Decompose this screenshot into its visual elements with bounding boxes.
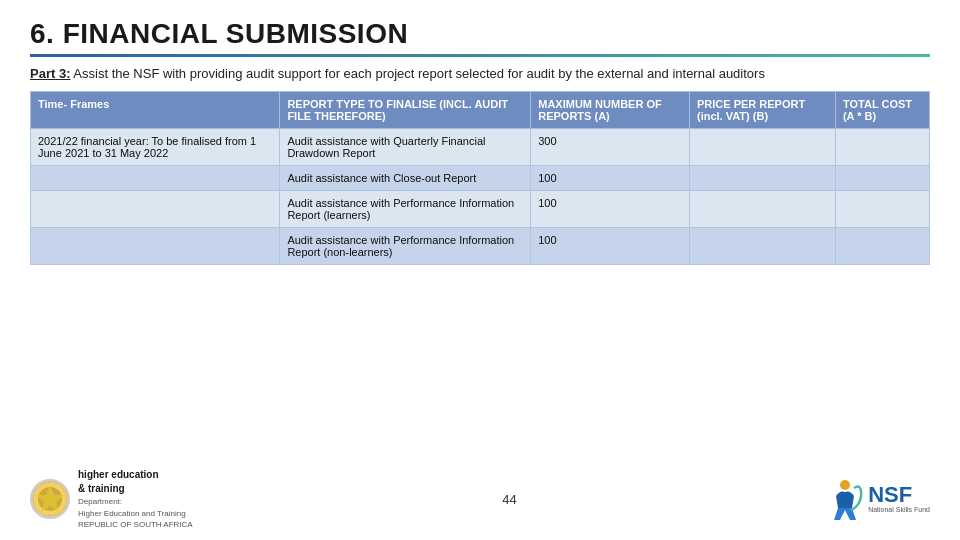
table-cell-3-0 bbox=[31, 228, 280, 265]
dept-small: Department:Higher Education and Training… bbox=[78, 496, 193, 530]
page-title: 6. FINANCIAL SUBMISSION bbox=[30, 18, 930, 50]
title-divider bbox=[30, 54, 930, 57]
subtitle-part1: Part 3: bbox=[30, 66, 70, 81]
footer: higher education & training Department:H… bbox=[30, 462, 930, 530]
table-cell-0-3 bbox=[689, 129, 835, 166]
col-header-report-type: REPORT TYPE TO FINALISE (INCL. AUDIT FIL… bbox=[280, 92, 531, 129]
table-cell-3-4 bbox=[835, 228, 929, 265]
footer-left: higher education & training Department:H… bbox=[30, 468, 193, 530]
table-cell-1-0 bbox=[31, 166, 280, 191]
table-cell-3-3 bbox=[689, 228, 835, 265]
table-cell-1-4 bbox=[835, 166, 929, 191]
table-row: Audit assistance with Close-out Report10… bbox=[31, 166, 930, 191]
nsf-logo: NSF National Skills Fund bbox=[826, 478, 930, 520]
dept-name-sub: & training bbox=[78, 482, 193, 496]
table-cell-2-1: Audit assistance with Performance Inform… bbox=[280, 191, 531, 228]
nsf-figure-icon bbox=[826, 478, 864, 520]
col-header-max-reports: MAXIMUM NUMBER OF REPORTS (A) bbox=[531, 92, 690, 129]
table-cell-1-1: Audit assistance with Close-out Report bbox=[280, 166, 531, 191]
table-cell-0-2: 300 bbox=[531, 129, 690, 166]
table-cell-0-0: 2021/22 financial year: To be finalised … bbox=[31, 129, 280, 166]
col-header-timeframes: Time- Frames bbox=[31, 92, 280, 129]
table-cell-0-4 bbox=[835, 129, 929, 166]
page: 6. FINANCIAL SUBMISSION Part 3: Assist t… bbox=[0, 0, 960, 540]
dept-name-bold: higher education bbox=[78, 468, 193, 482]
financial-table: Time- Frames REPORT TYPE TO FINALISE (IN… bbox=[30, 91, 930, 265]
table-row: 2021/22 financial year: To be finalised … bbox=[31, 129, 930, 166]
dept-logo bbox=[30, 479, 70, 519]
table-cell-2-3 bbox=[689, 191, 835, 228]
table-cell-2-0 bbox=[31, 191, 280, 228]
page-number: 44 bbox=[502, 492, 516, 507]
table-row: Audit assistance with Performance Inform… bbox=[31, 228, 930, 265]
table-cell-1-3 bbox=[689, 166, 835, 191]
subtitle: Part 3: Assist the NSF with providing au… bbox=[30, 65, 930, 83]
col-header-total-cost: TOTAL COST (A * B) bbox=[835, 92, 929, 129]
nsf-label: NSF bbox=[868, 484, 930, 506]
svg-point-3 bbox=[840, 480, 850, 490]
footer-right: NSF National Skills Fund bbox=[826, 478, 930, 520]
table-cell-3-2: 100 bbox=[531, 228, 690, 265]
table-cell-3-1: Audit assistance with Performance Inform… bbox=[280, 228, 531, 265]
table-cell-0-1: Audit assistance with Quarterly Financia… bbox=[280, 129, 531, 166]
table-cell-2-4 bbox=[835, 191, 929, 228]
table-header-row: Time- Frames REPORT TYPE TO FINALISE (IN… bbox=[31, 92, 930, 129]
table-cell-2-2: 100 bbox=[531, 191, 690, 228]
col-header-price: PRICE PER REPORT (incl. VAT) (B) bbox=[689, 92, 835, 129]
footer-dept-text: higher education & training Department:H… bbox=[78, 468, 193, 530]
subtitle-part2: Assist the NSF with providing audit supp… bbox=[70, 66, 764, 81]
table-cell-1-2: 100 bbox=[531, 166, 690, 191]
table-row: Audit assistance with Performance Inform… bbox=[31, 191, 930, 228]
nsf-sublabel: National Skills Fund bbox=[868, 506, 930, 514]
